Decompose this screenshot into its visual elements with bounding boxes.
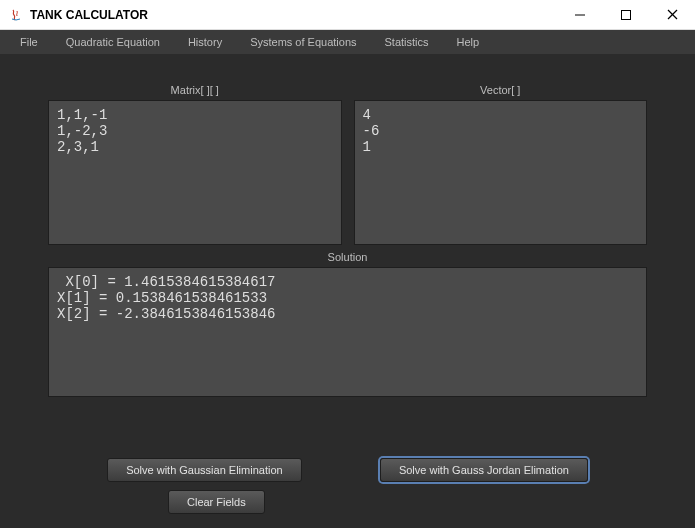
menu-file[interactable]: File bbox=[6, 30, 52, 54]
vector-panel: Vector[ ] bbox=[354, 84, 648, 245]
solve-gauss-jordan-button[interactable]: Solve with Gauss Jordan Elimation bbox=[380, 458, 588, 482]
java-icon bbox=[8, 7, 24, 23]
button-row-1: Solve with Gaussian Elimination Solve wi… bbox=[48, 458, 647, 482]
solution-panel: Solution bbox=[48, 251, 647, 444]
button-row-2: Clear Fields bbox=[48, 490, 647, 514]
close-button[interactable] bbox=[649, 0, 695, 29]
menu-statistics[interactable]: Statistics bbox=[371, 30, 443, 54]
window-title: TANK CALCULATOR bbox=[30, 8, 148, 22]
vector-label: Vector[ ] bbox=[354, 84, 648, 96]
matrix-input[interactable] bbox=[48, 100, 342, 245]
content-area: Matrix[ ][ ] Vector[ ] Solution Solve wi… bbox=[0, 54, 695, 528]
menu-systems[interactable]: Systems of Equations bbox=[236, 30, 370, 54]
titlebar: TANK CALCULATOR bbox=[0, 0, 695, 30]
solve-gaussian-button[interactable]: Solve with Gaussian Elimination bbox=[107, 458, 302, 482]
maximize-button[interactable] bbox=[603, 0, 649, 29]
menu-history[interactable]: History bbox=[174, 30, 236, 54]
clear-fields-button[interactable]: Clear Fields bbox=[168, 490, 265, 514]
matrix-label: Matrix[ ][ ] bbox=[48, 84, 342, 96]
menubar: File Quadratic Equation History Systems … bbox=[0, 30, 695, 54]
solution-label: Solution bbox=[48, 251, 647, 263]
minimize-button[interactable] bbox=[557, 0, 603, 29]
menu-quadratic[interactable]: Quadratic Equation bbox=[52, 30, 174, 54]
window-controls bbox=[557, 0, 695, 29]
svg-rect-1 bbox=[622, 10, 631, 19]
menu-help[interactable]: Help bbox=[443, 30, 494, 54]
solution-output[interactable] bbox=[48, 267, 647, 397]
input-row: Matrix[ ][ ] Vector[ ] bbox=[48, 84, 647, 245]
matrix-panel: Matrix[ ][ ] bbox=[48, 84, 342, 245]
vector-input[interactable] bbox=[354, 100, 648, 245]
